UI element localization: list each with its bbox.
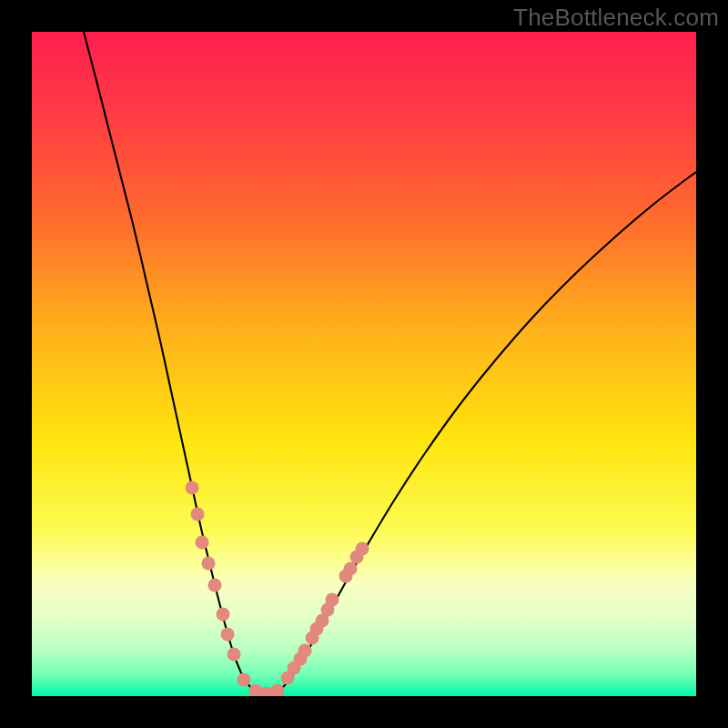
chart-svg [32,32,696,696]
data-dot [196,536,209,550]
data-dot [238,673,251,687]
data-dot [298,644,312,658]
data-dot [221,628,235,642]
data-dot [326,593,339,607]
chart-container: TheBottleneck.com [0,0,728,728]
data-dot [344,562,358,576]
plot-area [32,32,696,696]
data-dot [217,608,230,622]
data-dot [356,542,369,556]
watermark-text: TheBottleneck.com [513,4,719,32]
data-dot [228,648,241,662]
data-dot [191,508,205,521]
data-dot [208,579,222,592]
data-dot [202,557,216,571]
gradient-background [32,32,696,696]
data-dot [186,481,199,495]
